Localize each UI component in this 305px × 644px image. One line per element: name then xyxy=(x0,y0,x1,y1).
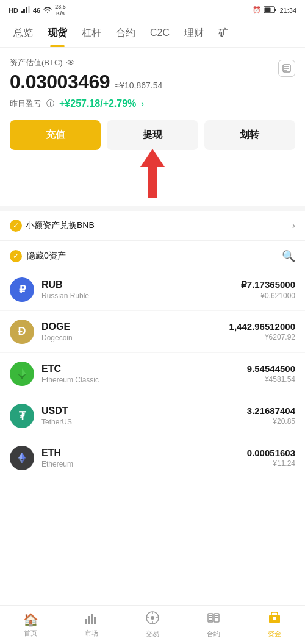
tab-overview[interactable]: 总览 xyxy=(6,20,40,47)
svg-point-24 xyxy=(151,616,154,620)
home-label: 首页 xyxy=(24,629,37,638)
bottom-nav-trade[interactable]: 交易 xyxy=(122,607,183,642)
svg-rect-22 xyxy=(94,617,96,624)
svg-rect-31 xyxy=(209,617,212,618)
svg-marker-15 xyxy=(22,453,26,459)
signal-bars xyxy=(21,6,30,15)
eth-coin-icon xyxy=(10,446,34,470)
market-icon xyxy=(85,612,98,627)
doge-amount: 1,442.96512000 xyxy=(229,321,295,332)
svg-rect-19 xyxy=(85,619,87,624)
pnl-value: +¥257.18/+2.79% xyxy=(59,98,136,109)
rub-coin-icon: ₽ xyxy=(10,277,34,302)
asset-item-etc[interactable]: ETC Ethereum Classic 9.54544500 ¥4581.54 xyxy=(0,353,305,395)
section-divider xyxy=(0,206,305,211)
futures-icon xyxy=(207,611,220,628)
history-icon[interactable] xyxy=(278,60,295,77)
hide-assets-label: 隐藏0资产 xyxy=(27,251,66,262)
carrier-hd: HD xyxy=(9,7,18,14)
svg-rect-6 xyxy=(265,7,271,12)
main-content: 资产估值(BTC) 👁 0.03003469 ≈¥10,867.54 昨日 xyxy=(0,48,305,150)
visibility-toggle-icon[interactable]: 👁 xyxy=(66,58,75,68)
bottom-nav-home[interactable]: 🏠 首页 xyxy=(0,609,61,642)
eth-info: ETH Ethereum xyxy=(41,448,247,468)
svg-rect-30 xyxy=(209,615,212,616)
hide-assets-check-icon: ✓ xyxy=(10,250,22,262)
status-right: ⏰ 21:34 xyxy=(253,6,296,15)
pnl-info-icon: ⓘ xyxy=(46,98,54,109)
asset-header: 资产估值(BTC) 👁 0.03003469 ≈¥10,867.54 xyxy=(10,57,295,93)
market-label: 市场 xyxy=(85,629,98,638)
eth-symbol: ETH xyxy=(41,448,247,459)
lte-indicator: 46 xyxy=(33,7,40,14)
asset-btc-row: 0.03003469 ≈¥10,867.54 xyxy=(10,71,162,93)
tab-earn[interactable]: 理财 xyxy=(177,20,211,47)
svg-rect-5 xyxy=(274,9,276,11)
asset-item-doge[interactable]: Ð DOGE Dogecoin 1,442.96512000 ¥6207.92 xyxy=(0,311,305,353)
asset-item-eth[interactable]: ETH Ethereum 0.00051603 ¥11.24 xyxy=(0,437,305,479)
eth-cny: ¥11.24 xyxy=(247,459,295,468)
doge-cny: ¥6207.92 xyxy=(229,333,295,342)
withdraw-button[interactable]: 提现 xyxy=(107,120,198,150)
bnb-check-icon: ✓ xyxy=(10,220,22,232)
battery-indicator xyxy=(264,6,277,15)
assets-filter-row: ✓ 隐藏0资产 🔍 xyxy=(0,241,305,269)
time-display: 21:34 xyxy=(279,7,296,14)
bottom-nav-market[interactable]: 市场 xyxy=(61,608,122,642)
trade-icon xyxy=(146,611,159,628)
svg-rect-32 xyxy=(209,620,212,621)
usdt-symbol: USDT xyxy=(41,406,247,417)
svg-rect-34 xyxy=(215,615,218,616)
usdt-cny: ¥20.85 xyxy=(247,417,295,426)
funds-label: 资金 xyxy=(268,629,281,639)
wifi-icon xyxy=(43,6,52,15)
trade-label: 交易 xyxy=(146,629,159,639)
etc-symbol: ETC xyxy=(41,363,247,374)
asset-cny-value: ≈¥10,867.54 xyxy=(115,80,163,90)
bottom-nav-funds[interactable]: 资金 xyxy=(244,607,305,642)
search-assets-icon[interactable]: 🔍 xyxy=(282,249,295,263)
rub-amount: ₽7.17365000 xyxy=(241,279,295,290)
tab-c2c[interactable]: C2C xyxy=(143,20,177,46)
svg-rect-37 xyxy=(273,617,276,620)
svg-rect-0 xyxy=(21,11,23,13)
hide-zero-assets[interactable]: ✓ 隐藏0资产 xyxy=(10,250,66,262)
asset-btc-value: 0.03003469 xyxy=(10,71,110,93)
rub-fullname: Russian Ruble xyxy=(41,292,241,300)
asset-item-rub[interactable]: ₽ RUB Russian Ruble ₽7.17365000 ¥0.62100… xyxy=(0,269,305,311)
asset-item-usdt[interactable]: ₮ USDT TetherUS 3.21687404 ¥20.85 xyxy=(0,395,305,437)
etc-fullname: Ethereum Classic xyxy=(41,376,247,384)
network-speed: 23.5K/s xyxy=(55,4,66,17)
rub-amounts: ₽7.17365000 ¥0.621000 xyxy=(241,279,295,300)
status-left: HD 46 23.5K/s xyxy=(9,4,66,17)
tab-mining[interactable]: 矿 xyxy=(211,20,235,47)
tab-margin[interactable]: 杠杆 xyxy=(74,20,109,47)
usdt-amounts: 3.21687404 ¥20.85 xyxy=(247,406,295,426)
tab-futures[interactable]: 合约 xyxy=(109,20,143,47)
transfer-button[interactable]: 划转 xyxy=(204,120,295,150)
etc-info: ETC Ethereum Classic xyxy=(41,363,247,384)
futures-label: 合约 xyxy=(207,629,220,639)
bnb-swap-banner[interactable]: ✓ 小额资产兑换BNB › xyxy=(0,211,305,241)
pnl-chevron-icon[interactable]: › xyxy=(141,99,144,109)
eth-fullname: Ethereum xyxy=(41,460,247,468)
bnb-banner-text: 小额资产兑换BNB xyxy=(26,220,95,231)
deposit-button[interactable]: 充值 xyxy=(10,120,101,150)
doge-amounts: 1,442.96512000 ¥6207.92 xyxy=(229,321,295,342)
doge-info: DOGE Dogecoin xyxy=(41,321,229,342)
doge-fullname: Dogecoin xyxy=(41,334,229,342)
assets-list: ₽ RUB Russian Ruble ₽7.17365000 ¥0.62100… xyxy=(0,269,305,479)
svg-marker-16 xyxy=(18,453,22,459)
status-bar: HD 46 23.5K/s ⏰ xyxy=(0,0,305,20)
rub-info: RUB Russian Ruble xyxy=(41,279,241,300)
rub-cny: ¥0.621000 xyxy=(241,292,295,300)
svg-rect-35 xyxy=(215,617,218,618)
asset-label-row: 资产估值(BTC) 👁 xyxy=(10,57,162,68)
bottom-nav-futures[interactable]: 合约 xyxy=(183,607,244,642)
nav-tabs: 总览 现货 杠杆 合约 C2C 理财 矿 xyxy=(0,20,305,48)
rub-symbol: RUB xyxy=(41,279,241,290)
svg-rect-3 xyxy=(28,6,30,13)
arrow-annotation xyxy=(0,149,305,198)
tab-spot[interactable]: 现货 xyxy=(40,20,74,47)
pnl-row: 昨日盈亏 ⓘ +¥257.18/+2.79% › xyxy=(10,98,295,109)
